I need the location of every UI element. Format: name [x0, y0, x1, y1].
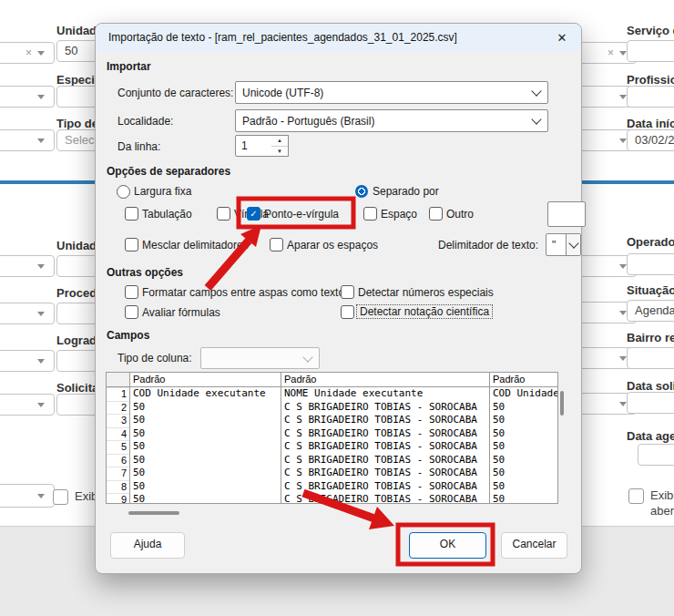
fields-heading: Campos	[107, 329, 149, 342]
operator-input[interactable]	[627, 253, 674, 275]
comma-checkbox[interactable]	[217, 207, 230, 221]
caret-down-icon	[619, 95, 627, 99]
special-numbers-checkbox[interactable]	[341, 285, 354, 299]
filter-combobox[interactable]: ×	[0, 42, 55, 64]
caret-down-icon	[37, 95, 45, 99]
evaluate-formulas-checkbox[interactable]	[125, 305, 138, 319]
help-button[interactable]: Ajuda	[110, 532, 185, 559]
show-open-label-line2: abert	[650, 504, 674, 518]
cancel-button[interactable]: Cancelar	[501, 532, 567, 559]
show-open-label-line1: Exibi	[650, 488, 674, 502]
table-row: 750C S BRIGADEIRO TOBIAS - SOROCABA50	[107, 467, 557, 480]
from-row-input[interactable]: 1	[235, 135, 273, 157]
caret-down-icon	[37, 51, 45, 56]
text-delimiter-label: Delimitador de texto:	[438, 239, 538, 252]
locale-combobox[interactable]: Padrão - Português (Brasil)	[235, 109, 548, 132]
space-label: Espaço	[381, 208, 417, 221]
from-row-spinner[interactable]: ▲ ▼	[271, 135, 289, 157]
quoted-as-text-label: Formatar campos entre aspas como texto	[142, 286, 344, 299]
clear-icon[interactable]: ×	[608, 48, 614, 57]
clear-icon[interactable]: ×	[26, 48, 32, 57]
filter-combobox[interactable]	[0, 86, 55, 108]
show-open-checkbox[interactable]	[628, 488, 644, 504]
street-label: Lograd	[56, 334, 97, 347]
other-checkbox[interactable]	[429, 207, 443, 221]
caret-down-icon	[37, 139, 45, 143]
charset-value: Unicode (UTF-8)	[242, 87, 323, 99]
caret-down-icon	[619, 264, 627, 269]
space-checkbox[interactable]	[363, 207, 377, 221]
table-row: 850C S BRIGADEIRO TOBIAS - SOROCABA50	[107, 480, 557, 494]
separated-by-radio[interactable]	[355, 185, 368, 198]
spin-up-icon[interactable]: ▲	[271, 136, 288, 147]
trim-spaces-checkbox[interactable]	[270, 238, 283, 252]
semicolon-checkbox[interactable]: ✓	[247, 207, 260, 221]
chevron-down-icon	[302, 352, 312, 362]
professional-input[interactable]	[627, 86, 674, 108]
from-row-label: Da linha:	[117, 140, 160, 153]
chevron-down-icon	[568, 238, 578, 248]
spin-down-icon[interactable]: ▼	[271, 147, 288, 157]
tab-checkbox[interactable]	[125, 207, 138, 221]
quoted-as-text-checkbox[interactable]	[125, 285, 138, 299]
caret-down-icon	[37, 494, 45, 498]
schedule-date-label: Data age	[627, 429, 674, 443]
status-label: Situação	[627, 283, 674, 297]
special-numbers-label: Detectar números especiais	[358, 286, 494, 299]
merge-delimiters-label: Mesclar delimitadores	[142, 239, 249, 252]
horizontal-scrollbar-thumb[interactable]	[128, 511, 179, 515]
ok-button[interactable]: OK	[409, 532, 486, 559]
start-date-label: Data iníc	[627, 117, 674, 130]
start-date-input[interactable]: 03/02/20	[627, 129, 674, 151]
show-checkbox[interactable]	[53, 489, 68, 505]
text-delimiter-combobox[interactable]: "	[546, 233, 581, 256]
filter-combobox[interactable]	[0, 303, 55, 324]
charset-combobox[interactable]: Unicode (UTF-8)	[235, 81, 548, 104]
text-delimiter-dropdown[interactable]	[566, 234, 580, 255]
vertical-scrollbar-thumb[interactable]	[560, 391, 564, 416]
table-row: 450C S BRIGADEIRO TOBIAS - SOROCABA50	[107, 427, 557, 441]
fixed-width-radio[interactable]	[117, 185, 130, 199]
close-icon[interactable]: ✕	[554, 30, 570, 46]
table-row: 550C S BRIGADEIRO TOBIAS - SOROCABA50	[107, 440, 557, 454]
request-date-label: Data soli	[627, 379, 674, 393]
caret-down-icon	[619, 402, 627, 406]
dialog-titlebar[interactable]: Importação de texto - [ram_rel_pacientes…	[96, 24, 581, 52]
caret-down-icon	[619, 311, 627, 315]
table-row: 950C S BRIGADEIRO TOBIAS - SOROCABA50	[107, 493, 557, 504]
type-label: Tipo de	[56, 117, 98, 130]
filter-combobox[interactable]	[0, 255, 55, 277]
other-separator-input[interactable]	[547, 201, 586, 227]
merge-delimiters-checkbox[interactable]	[125, 238, 138, 252]
chevron-down-icon	[531, 86, 541, 96]
locale-value: Padrão - Português (Brasil)	[242, 115, 374, 128]
request-date-input[interactable]	[627, 392, 674, 414]
filter-combobox[interactable]	[0, 350, 55, 372]
caret-down-icon	[619, 51, 627, 56]
semicolon-label: Ponto-e-vírgula	[264, 208, 339, 221]
text-import-dialog: Importação de texto - [ram_rel_pacientes…	[95, 23, 582, 574]
service-input[interactable]	[627, 40, 674, 62]
unit2-label: Unidad	[56, 239, 97, 252]
column-header[interactable]: Padrão	[130, 373, 281, 386]
preview-table[interactable]: Padrão Padrão Padrão 1COD Unidade execut…	[106, 372, 558, 504]
column-type-label: Tipo de coluna:	[117, 352, 192, 364]
status-input[interactable]: Agenda	[627, 300, 674, 322]
column-header[interactable]: Padrão	[490, 373, 557, 386]
filter-combobox[interactable]	[0, 129, 55, 151]
caret-down-icon	[37, 359, 45, 364]
column-header[interactable]: Padrão	[281, 373, 490, 386]
scientific-notation-checkbox[interactable]	[341, 305, 354, 319]
dialog-title: Importação de texto - [ram_rel_pacientes…	[108, 24, 457, 52]
text-delimiter-value: "	[546, 239, 556, 252]
district-input[interactable]	[627, 347, 674, 369]
table-row: 650C S BRIGADEIRO TOBIAS - SOROCABA50	[107, 454, 557, 467]
chevron-down-icon	[531, 114, 541, 124]
filter-combobox[interactable]	[0, 394, 55, 416]
preview-header-row: Padrão Padrão Padrão	[107, 373, 557, 387]
column-type-combobox	[200, 347, 320, 369]
charset-label: Conjunto de caracteres:	[117, 87, 233, 99]
schedule-date-input[interactable]	[638, 444, 674, 466]
unit-label: Unidad	[56, 24, 97, 37]
filter-combobox[interactable]	[0, 484, 55, 508]
